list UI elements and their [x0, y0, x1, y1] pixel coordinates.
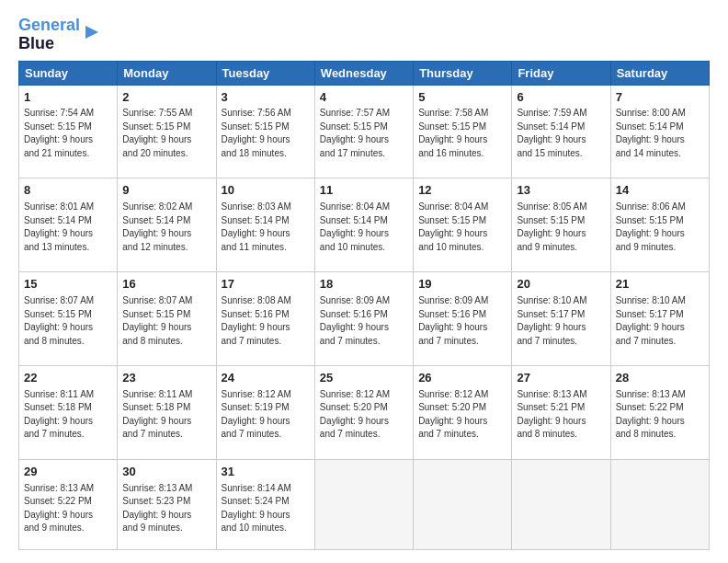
day-info-line: Daylight: 9 hours: [517, 415, 605, 429]
calendar-cell: 25Sunrise: 8:12 AMSunset: 5:20 PMDayligh…: [314, 365, 413, 459]
day-info-line: Sunset: 5:14 PM: [320, 214, 408, 228]
day-info-line: Sunset: 5:23 PM: [122, 495, 210, 509]
day-info-line: Sunrise: 7:57 AM: [320, 107, 408, 121]
day-number: 25: [320, 370, 408, 387]
day-info-line: Sunset: 5:14 PM: [222, 214, 310, 228]
day-info-line: Sunrise: 8:12 AM: [320, 388, 408, 402]
day-info-line: Daylight: 9 hours: [24, 227, 112, 241]
calendar-cell: 19Sunrise: 8:09 AMSunset: 5:16 PMDayligh…: [414, 272, 512, 366]
day-info-line: Sunrise: 8:10 AM: [616, 294, 704, 308]
day-info-line: and 7 minutes.: [616, 335, 704, 349]
day-info-line: and 8 minutes.: [616, 428, 704, 442]
calendar-cell: 26Sunrise: 8:12 AMSunset: 5:20 PMDayligh…: [414, 365, 512, 459]
day-info-line: Sunset: 5:14 PM: [616, 121, 704, 134]
week-row-4: 22Sunrise: 8:11 AMSunset: 5:18 PMDayligh…: [19, 365, 710, 459]
day-info-line: Sunset: 5:24 PM: [222, 495, 310, 509]
day-info-line: Sunset: 5:16 PM: [222, 308, 310, 322]
day-info-line: Sunrise: 8:03 AM: [222, 201, 310, 214]
calendar-cell: 2Sunrise: 7:55 AMSunset: 5:15 PMDaylight…: [118, 85, 216, 178]
day-info-line: and 8 minutes.: [24, 335, 112, 349]
day-info-line: Sunset: 5:22 PM: [616, 401, 704, 415]
day-info-line: Sunset: 5:15 PM: [24, 121, 112, 134]
day-info-line: Sunset: 5:17 PM: [616, 308, 704, 322]
calendar-cell: 10Sunrise: 8:03 AMSunset: 5:14 PMDayligh…: [216, 178, 314, 272]
day-info-line: Daylight: 9 hours: [320, 321, 408, 335]
calendar-cell: 27Sunrise: 8:13 AMSunset: 5:21 PMDayligh…: [512, 365, 610, 459]
day-info-line: and 7 minutes.: [320, 335, 408, 349]
day-info-line: Sunset: 5:15 PM: [517, 214, 605, 228]
calendar-cell: 15Sunrise: 8:07 AMSunset: 5:15 PMDayligh…: [19, 272, 118, 366]
day-info-line: and 10 minutes.: [320, 241, 408, 255]
day-info-line: Sunrise: 8:00 AM: [616, 107, 704, 121]
day-info-line: Sunset: 5:19 PM: [222, 401, 310, 415]
calendar-cell: 29Sunrise: 8:13 AMSunset: 5:22 PMDayligh…: [19, 459, 118, 549]
day-number: 10: [222, 182, 310, 200]
day-info-line: Daylight: 9 hours: [616, 415, 704, 429]
day-number: 28: [616, 370, 704, 387]
day-info-line: Sunrise: 8:07 AM: [122, 294, 210, 308]
day-info-line: and 8 minutes.: [517, 428, 605, 442]
day-number: 14: [616, 182, 704, 200]
day-info-line: Sunset: 5:15 PM: [24, 308, 112, 322]
day-info-line: Daylight: 9 hours: [24, 415, 112, 429]
day-number: 9: [122, 182, 210, 200]
col-header-thursday: Thursday: [414, 61, 512, 85]
col-header-tuesday: Tuesday: [216, 61, 314, 85]
day-info-line: Sunset: 5:22 PM: [24, 495, 112, 509]
day-number: 24: [222, 370, 310, 387]
logo: GeneralBlue: [18, 17, 102, 53]
day-number: 23: [122, 370, 210, 387]
day-info-line: Sunrise: 7:56 AM: [222, 107, 310, 121]
day-info-line: Sunrise: 8:11 AM: [24, 388, 112, 402]
day-number: 27: [517, 370, 605, 387]
calendar-cell: 4Sunrise: 7:57 AMSunset: 5:15 PMDaylight…: [314, 85, 413, 178]
day-info-line: and 7 minutes.: [517, 335, 605, 349]
col-header-monday: Monday: [118, 61, 216, 85]
day-info-line: and 8 minutes.: [122, 335, 210, 349]
header: GeneralBlue: [18, 17, 710, 53]
day-info-line: Daylight: 9 hours: [517, 321, 605, 335]
calendar-cell: 13Sunrise: 8:05 AMSunset: 5:15 PMDayligh…: [512, 178, 610, 272]
day-info-line: Sunset: 5:20 PM: [418, 401, 506, 415]
day-info-line: Daylight: 9 hours: [122, 133, 210, 147]
day-info-line: and 9 minutes.: [24, 522, 112, 535]
day-info-line: and 18 minutes.: [222, 147, 310, 161]
day-info-line: Sunrise: 8:06 AM: [616, 201, 704, 214]
day-info-line: Sunrise: 8:14 AM: [222, 482, 310, 496]
day-info-line: Sunrise: 8:09 AM: [320, 294, 408, 308]
day-info-line: and 12 minutes.: [122, 241, 210, 255]
day-info-line: and 7 minutes.: [24, 428, 112, 442]
day-info-line: Sunset: 5:15 PM: [122, 121, 210, 134]
calendar-cell: 3Sunrise: 7:56 AMSunset: 5:15 PMDaylight…: [216, 85, 314, 178]
day-number: 16: [122, 276, 210, 293]
day-info-line: and 7 minutes.: [122, 428, 210, 442]
day-info-line: Sunrise: 7:54 AM: [24, 107, 112, 121]
calendar-cell: [414, 459, 512, 549]
day-info-line: Sunset: 5:15 PM: [418, 121, 506, 134]
day-number: 2: [122, 89, 210, 107]
calendar-cell: 8Sunrise: 8:01 AMSunset: 5:14 PMDaylight…: [19, 178, 118, 272]
day-info-line: and 7 minutes.: [320, 428, 408, 442]
day-number: 7: [616, 89, 704, 107]
day-info-line: and 7 minutes.: [418, 335, 506, 349]
day-number: 18: [320, 276, 408, 293]
calendar-cell: 1Sunrise: 7:54 AMSunset: 5:15 PMDaylight…: [19, 85, 118, 178]
day-info-line: Sunrise: 8:01 AM: [24, 201, 112, 214]
day-info-line: and 15 minutes.: [517, 147, 605, 161]
day-info-line: and 9 minutes.: [517, 241, 605, 255]
day-info-line: Sunset: 5:20 PM: [320, 401, 408, 415]
day-info-line: and 14 minutes.: [616, 147, 704, 161]
day-info-line: and 7 minutes.: [418, 428, 506, 442]
calendar-cell: 16Sunrise: 8:07 AMSunset: 5:15 PMDayligh…: [118, 272, 216, 366]
day-info-line: Sunset: 5:15 PM: [418, 214, 506, 228]
day-info-line: Sunrise: 8:07 AM: [24, 294, 112, 308]
day-info-line: Sunrise: 8:12 AM: [222, 388, 310, 402]
calendar-cell: 20Sunrise: 8:10 AMSunset: 5:17 PMDayligh…: [512, 272, 610, 366]
calendar-cell: 30Sunrise: 8:13 AMSunset: 5:23 PMDayligh…: [118, 459, 216, 549]
day-info-line: Daylight: 9 hours: [418, 321, 506, 335]
day-info-line: Sunrise: 8:09 AM: [418, 294, 506, 308]
day-info-line: Sunrise: 8:13 AM: [122, 482, 210, 496]
day-number: 12: [418, 182, 506, 200]
day-number: 31: [222, 464, 310, 481]
day-info-line: Sunrise: 8:11 AM: [122, 388, 210, 402]
